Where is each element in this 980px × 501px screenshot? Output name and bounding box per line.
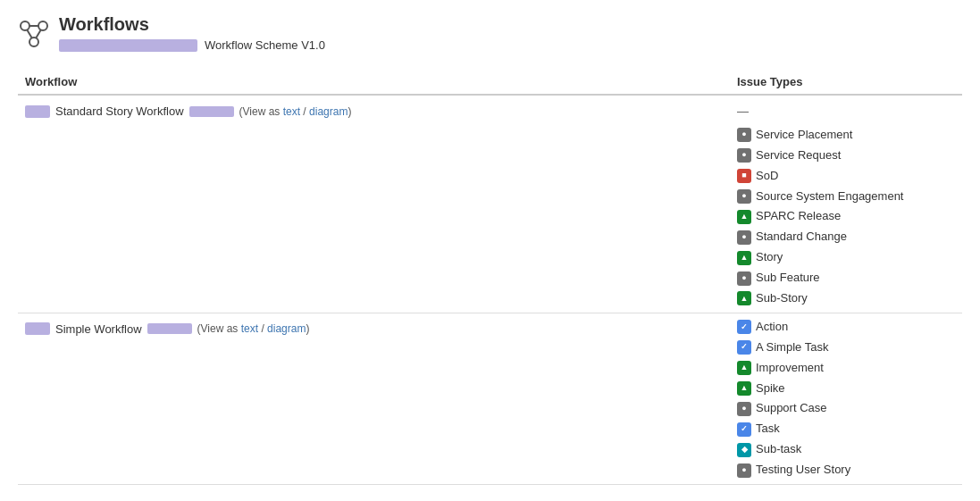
workflow-cell: Standard Story Workflow(View as text / d…	[18, 95, 730, 313]
page-header: Workflows Workflow Scheme V1.0	[18, 14, 962, 52]
list-item: ▲Sub-Story	[737, 288, 955, 309]
issue-type-name: Task	[756, 422, 780, 437]
dash-icon: —	[737, 102, 749, 122]
red-icon: ■	[737, 169, 751, 183]
list-item: ✓Action	[737, 317, 955, 338]
list-item: —	[737, 99, 955, 125]
list-item: ●Testing User Story	[737, 460, 955, 480]
list-item: ▲Improvement	[737, 358, 955, 379]
workflow-name: Simple Workflow	[55, 322, 142, 336]
workflow-color-block	[25, 322, 50, 335]
green-icon: ▲	[737, 381, 751, 396]
workflow-cell: Simple Workflow(View as text / diagram)	[18, 313, 730, 484]
issue-types-cell: —●Service Placement●Service Request■SoD●…	[730, 95, 962, 313]
issue-type-name: Spike	[756, 381, 785, 397]
header-right: Workflows Workflow Scheme V1.0	[59, 14, 325, 52]
list-item: ▲SPARC Release	[737, 206, 955, 227]
table-row: Simple Workflow(View as text / diagram)✓…	[18, 313, 962, 484]
issue-type-name: Standard Change	[756, 230, 847, 245]
svg-point-0	[21, 21, 29, 30]
view-diagram-link[interactable]: diagram	[267, 322, 306, 335]
gray-icon: ●	[737, 402, 751, 416]
col-header-workflow: Workflow	[18, 70, 730, 95]
svg-line-5	[36, 29, 41, 38]
scheme-bar: Workflow Scheme V1.0	[59, 38, 325, 52]
issue-type-name: Service Placement	[756, 128, 852, 143]
view-diagram-link[interactable]: diagram	[309, 105, 348, 118]
list-item: ●Sub Feature	[737, 268, 955, 288]
workflow-edit-block	[189, 106, 234, 117]
green-icon: ▲	[737, 251, 751, 265]
issue-type-name: Testing User Story	[756, 463, 850, 478]
issue-type-name: Sub Feature	[756, 271, 820, 286]
gray-icon: ●	[737, 189, 751, 204]
issue-type-name: Improvement	[756, 361, 824, 376]
workflow-color-block	[25, 105, 50, 118]
issue-type-name: Sub-Story	[756, 291, 808, 306]
page-title: Workflows	[59, 14, 325, 35]
issue-types-cell: ✓Action✓A Simple Task▲Improvement▲Spike●…	[730, 313, 962, 484]
workflows-icon	[18, 17, 50, 49]
view-text-link[interactable]: text	[241, 322, 258, 335]
gray-icon: ●	[737, 128, 751, 142]
list-item: ●Service Placement	[737, 125, 955, 146]
list-item: ✓Task	[737, 419, 955, 439]
workflow-edit-block	[147, 323, 192, 334]
view-links: (View as text / diagram)	[239, 105, 352, 118]
table-row: Standard Story Workflow(View as text / d…	[18, 95, 962, 313]
green-icon: ▲	[737, 210, 751, 224]
view-text-link[interactable]: text	[283, 105, 300, 118]
issue-type-name: Sub-task	[756, 442, 801, 457]
workflows-table: Workflow Issue Types Standard Story Work…	[18, 70, 962, 485]
teal-icon: ◆	[737, 443, 751, 457]
col-header-issue-types: Issue Types	[730, 70, 962, 95]
issue-type-name: SoD	[756, 169, 778, 184]
scheme-name: Workflow Scheme V1.0	[205, 38, 325, 52]
issue-type-name: SPARC Release	[756, 209, 841, 224]
issue-type-name: Story	[756, 250, 783, 265]
green-icon: ▲	[737, 361, 751, 375]
list-item: ◆Sub-task	[737, 439, 955, 460]
view-links: (View as text / diagram)	[197, 322, 310, 335]
issue-type-name: Service Request	[756, 148, 841, 163]
check-blue-icon: ✓	[737, 340, 751, 355]
list-item: ●Service Request	[737, 146, 955, 166]
issue-type-name: A Simple Task	[756, 340, 828, 355]
list-item: ✓A Simple Task	[737, 338, 955, 358]
check-blue-icon: ✓	[737, 422, 751, 437]
green-icon: ▲	[737, 291, 751, 305]
list-item: ●Source System Engagement	[737, 187, 955, 207]
gray-icon: ●	[737, 271, 751, 286]
gray-icon: ●	[737, 230, 751, 245]
workflow-name: Standard Story Workflow	[55, 104, 184, 118]
gray-icon: ●	[737, 148, 751, 163]
gray-icon: ●	[737, 463, 751, 478]
scheme-label-block	[59, 39, 197, 52]
list-item: ●Standard Change	[737, 227, 955, 247]
issue-type-name: Support Case	[756, 401, 827, 416]
list-item: ■SoD	[737, 166, 955, 187]
list-item: ▲Spike	[737, 379, 955, 399]
check-blue-icon: ✓	[737, 320, 751, 334]
svg-line-4	[27, 29, 32, 38]
issue-type-name: Action	[756, 320, 788, 335]
svg-point-1	[38, 21, 47, 30]
svg-point-2	[29, 38, 38, 46]
list-item: ●Support Case	[737, 398, 955, 419]
issue-type-name: Source System Engagement	[756, 189, 903, 205]
list-item: ▲Story	[737, 247, 955, 268]
